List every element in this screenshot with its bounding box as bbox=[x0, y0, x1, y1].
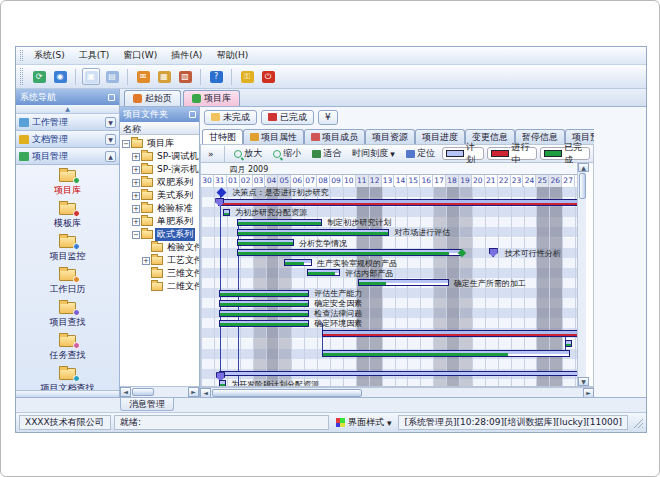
menu-2[interactable]: 窗口(W) bbox=[116, 47, 164, 64]
toolbar-button-window-icon[interactable]: ▣ bbox=[82, 68, 100, 85]
fit-button[interactable]: 适合 bbox=[308, 146, 345, 161]
tab-起始页[interactable]: 起始页 bbox=[124, 90, 181, 106]
scroll-up-icon[interactable]: ▲ bbox=[578, 163, 589, 172]
task-bar[interactable] bbox=[237, 239, 294, 246]
hscroll-thumb[interactable] bbox=[212, 389, 362, 397]
filter-button-1[interactable]: 已完成 bbox=[261, 110, 314, 125]
gantt-tab-2[interactable]: 项目成员 bbox=[304, 129, 365, 144]
task-bar[interactable] bbox=[219, 290, 309, 297]
sidebar-item-6[interactable]: 项目文档查找 bbox=[16, 366, 119, 390]
tree-item-10[interactable]: 三维文件 bbox=[120, 267, 199, 280]
toolbar-button-globe-icon[interactable]: ◉ bbox=[51, 68, 69, 85]
collapse-minus-icon[interactable]: − bbox=[122, 140, 130, 148]
toolbar-button-layout-icon[interactable]: ▤ bbox=[103, 68, 121, 85]
expand-plus-icon[interactable]: + bbox=[132, 205, 140, 213]
menu-3[interactable]: 插件(A) bbox=[164, 47, 209, 64]
summary-bar[interactable] bbox=[218, 199, 577, 206]
tree-item-4[interactable]: +美式系列 bbox=[120, 189, 199, 202]
tree-pin-icon[interactable] bbox=[189, 111, 196, 118]
zoom-out-button[interactable]: 缩小 bbox=[269, 146, 305, 161]
nav-scroll-up[interactable]: ▲ bbox=[16, 105, 119, 114]
sidebar-item-2[interactable]: 项目监控 bbox=[16, 234, 119, 263]
gantt-tab-0[interactable]: 甘特图 bbox=[202, 129, 243, 144]
toolbar-button-mail-icon[interactable]: ✉ bbox=[134, 68, 152, 85]
interface-style-button[interactable]: 界面样式▾ bbox=[332, 416, 396, 429]
sidebar-item-4[interactable]: 项目查找 bbox=[16, 300, 119, 329]
menu-4[interactable]: 帮助(H) bbox=[209, 47, 255, 64]
tree-item-3[interactable]: +双肥系列 bbox=[120, 176, 199, 189]
scroll-thumb[interactable] bbox=[132, 388, 154, 396]
pin-icon[interactable] bbox=[108, 94, 115, 101]
menu-1[interactable]: 工具(T) bbox=[72, 47, 117, 64]
filter-button-0[interactable]: 未完成 bbox=[204, 110, 257, 125]
tab-项目库[interactable]: 项目库 bbox=[183, 90, 240, 106]
gantt-horizontal-scrollbar[interactable]: ◄ ► bbox=[200, 387, 594, 397]
task-bar[interactable] bbox=[322, 350, 570, 357]
tree-item-2[interactable]: +SP-演示机系 bbox=[120, 163, 199, 176]
task-bar[interactable] bbox=[219, 300, 309, 307]
zoom-in-button[interactable]: 放大 bbox=[230, 146, 266, 161]
expand-plus-icon[interactable]: + bbox=[132, 218, 140, 226]
nav-section-0[interactable]: 工作管理▼ bbox=[16, 114, 119, 131]
chevron-down-icon[interactable]: ▼ bbox=[105, 134, 116, 145]
tree-item-1[interactable]: +SP-调试机系 bbox=[120, 150, 199, 163]
menu-0[interactable]: 系统(S) bbox=[27, 47, 72, 64]
tree-item-5[interactable]: +检验标准 bbox=[120, 202, 199, 215]
message-management-tab[interactable]: 消息管理 bbox=[120, 398, 174, 411]
toolbar-button-calendar-icon[interactable]: ▦ bbox=[155, 68, 173, 85]
scroll-left-icon[interactable]: ◄ bbox=[200, 388, 211, 398]
plan-bar[interactable] bbox=[219, 371, 577, 376]
expand-plus-icon[interactable]: + bbox=[132, 166, 140, 174]
nav-section-1[interactable]: 文档管理▼ bbox=[16, 131, 119, 148]
gantt-tab-3[interactable]: 项目资源 bbox=[365, 129, 415, 144]
task-bar[interactable] bbox=[358, 279, 448, 286]
task-bar[interactable] bbox=[219, 320, 309, 327]
collapse-minus-icon[interactable]: − bbox=[132, 231, 140, 239]
expand-plus-icon[interactable]: + bbox=[132, 192, 140, 200]
sidebar-item-5[interactable]: 任务查找 bbox=[16, 333, 119, 362]
timescale-button[interactable]: 时间刻度▾ bbox=[348, 146, 399, 161]
mini-task-icon[interactable] bbox=[223, 209, 230, 216]
toolbar-button-help-icon[interactable]: ? bbox=[207, 68, 225, 85]
expand-plus-icon[interactable]: + bbox=[142, 257, 150, 265]
task-bar[interactable] bbox=[237, 229, 389, 236]
toolbar-button-sync-icon[interactable]: ⟳ bbox=[30, 68, 48, 85]
tree-item-0[interactable]: −项目库 bbox=[120, 137, 199, 150]
expand-plus-icon[interactable]: + bbox=[132, 179, 140, 187]
toolbar-button-lock-icon[interactable]: ⚿ bbox=[238, 68, 256, 85]
sidebar-item-1[interactable]: 模板库 bbox=[16, 201, 119, 230]
mini-task-icon[interactable] bbox=[219, 380, 226, 386]
scroll-right-icon[interactable]: ► bbox=[188, 387, 199, 397]
scroll-right-icon[interactable]: ► bbox=[583, 388, 594, 398]
tree-column-header[interactable]: 名称 bbox=[120, 122, 199, 135]
task-bar[interactable] bbox=[219, 310, 309, 317]
gantt-chart[interactable]: 四月 2009 30310102030405060708091011121314… bbox=[201, 163, 577, 386]
chevron-down-icon[interactable]: ▼ bbox=[105, 117, 116, 128]
tree-item-7[interactable]: −欧式系列 bbox=[120, 228, 199, 241]
toolbar-overflow-button[interactable]: » bbox=[204, 148, 218, 160]
expand-plus-icon[interactable]: + bbox=[132, 153, 140, 161]
gantt-tab-1[interactable]: 项目属性 bbox=[243, 129, 304, 144]
tree-item-6[interactable]: +单肥系列 bbox=[120, 215, 199, 228]
gantt-vertical-scrollbar[interactable]: ▲ ▼ bbox=[577, 163, 586, 386]
toolbar-button-report-icon[interactable]: ▧ bbox=[176, 68, 194, 85]
mini-task-icon[interactable] bbox=[565, 340, 572, 347]
task-bar[interactable] bbox=[237, 249, 461, 256]
scroll-down-icon[interactable]: ▼ bbox=[578, 377, 589, 386]
chevron-up-icon[interactable]: ▲ bbox=[105, 151, 116, 162]
tree-horizontal-scrollbar[interactable]: ◄ ► bbox=[120, 386, 199, 397]
nav-section-2[interactable]: 项目管理▲ bbox=[16, 148, 119, 165]
task-bar[interactable] bbox=[237, 219, 322, 226]
filter-button-2[interactable]: ¥ bbox=[318, 110, 338, 125]
task-bar[interactable] bbox=[284, 259, 312, 266]
vscroll-thumb[interactable] bbox=[579, 173, 586, 199]
sidebar-item-0[interactable]: 项目库 bbox=[16, 168, 119, 197]
summary-bar[interactable] bbox=[322, 330, 577, 337]
toolbar-button-power-icon[interactable]: ⏻ bbox=[259, 68, 277, 85]
gantt-tab-4[interactable]: 项目进度 bbox=[415, 129, 465, 144]
locate-button[interactable]: 定位 bbox=[402, 146, 439, 161]
tree-item-9[interactable]: +工艺文件 bbox=[120, 254, 199, 267]
sidebar-item-3[interactable]: 工作日历 bbox=[16, 267, 119, 296]
task-bar[interactable] bbox=[307, 269, 341, 276]
resize-grip[interactable] bbox=[633, 418, 643, 428]
